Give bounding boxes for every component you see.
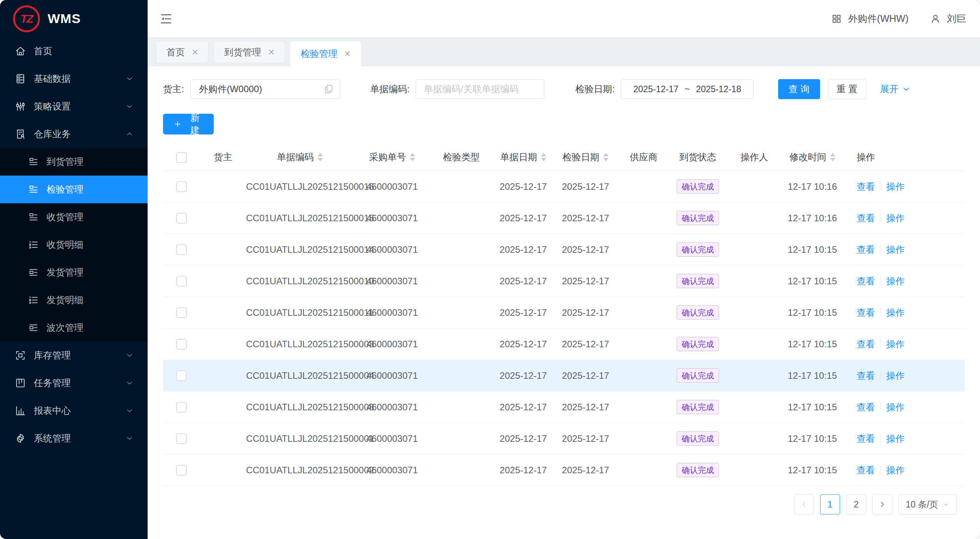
select-all-checkbox[interactable] [176,152,187,163]
sidebar-item-receipt-detail[interactable]: 收货明细 [0,231,148,259]
sidebar-item-home[interactable]: 首页 [0,37,148,65]
view-link[interactable]: 查看 [857,276,875,286]
row-checkbox[interactable] [176,181,187,192]
operate-link[interactable]: 操作 [886,244,905,255]
user-icon[interactable] [930,13,941,24]
column-header-modified[interactable]: 修改时间 [784,144,841,171]
row-checkbox[interactable] [176,244,187,255]
table-row[interactable]: CC01UATLLJL202512150001646000030712025-1… [163,171,965,202]
operate-link[interactable]: 操作 [886,465,905,475]
row-checkbox[interactable] [176,465,187,476]
sidebar-item-inventory-management[interactable]: 库存管理 [0,342,148,369]
page-size-select[interactable]: 10 条/页 [898,494,957,514]
view-link[interactable]: 查看 [857,370,875,381]
search-button[interactable]: 查 询 [778,79,820,99]
table-row[interactable]: CC01UATLLJL202512150000446000030712025-1… [163,360,965,391]
pagination-page-2[interactable]: 2 [846,494,866,514]
sort-icon[interactable] [318,153,323,161]
pagination-prev-button[interactable] [794,494,814,514]
sidebar-item-strategy-settings[interactable]: 策略设置 [0,93,148,120]
date-range-separator: ~ [685,84,690,95]
copy-icon[interactable] [324,84,334,94]
tab-arrival-management[interactable]: 到货管理× [214,41,285,63]
row-checkbox[interactable] [176,370,187,381]
reset-button[interactable]: 重 置 [828,79,867,99]
operate-link[interactable]: 操作 [886,402,905,412]
operate-link[interactable]: 操作 [886,276,905,286]
view-link[interactable]: 查看 [857,339,875,349]
operate-link[interactable]: 操作 [886,370,905,381]
operate-link[interactable]: 操作 [886,213,905,223]
row-checkbox[interactable] [176,307,187,318]
view-link[interactable]: 查看 [857,465,875,475]
cell-checkbox [163,328,200,360]
row-checkbox[interactable] [176,213,187,224]
sort-icon[interactable] [541,153,546,161]
username[interactable]: 刘巨 [947,12,966,25]
owner-input[interactable] [198,83,324,95]
chevron-right-icon [878,500,887,509]
operate-link[interactable]: 操作 [886,433,905,444]
sidebar-item-inspection-management[interactable]: 检验管理 [0,176,148,203]
table-row[interactable]: CC01UATLLJL202512150000246000030712025-1… [163,454,965,486]
expand-toggle[interactable]: 展开 [880,83,911,95]
table-row[interactable]: CC01UATLLJL202512150000846000030712025-1… [163,391,965,423]
chevron-down-icon [125,379,134,387]
view-link[interactable]: 查看 [857,402,875,412]
sidebar-item-shipment-management[interactable]: 发货管理 [0,259,148,286]
column-header-doc-date[interactable]: 单据日期 [492,144,554,171]
view-link[interactable]: 查看 [857,213,875,223]
operate-link[interactable]: 操作 [886,181,905,192]
sort-icon[interactable] [410,153,415,161]
column-header-po[interactable]: 采购单号 [354,144,431,171]
cell-modified: 12-17 10:15 [784,391,841,423]
view-link[interactable]: 查看 [857,244,875,255]
sidebar-item-system-management[interactable]: 系统管理 [0,425,148,452]
workspace-name[interactable]: 外购件(WHW) [848,12,908,25]
tab-home[interactable]: 首页× [156,41,208,63]
table-row[interactable]: CC01UATLLJL202512150001446000030712025-1… [163,234,965,265]
owner-select[interactable] [190,80,340,99]
pagination-page-1[interactable]: 1 [820,494,840,514]
tab-inspection-management[interactable]: 检验管理× [290,41,361,66]
close-icon[interactable]: × [344,48,351,59]
date-range-input[interactable]: 2025-12-17 ~ 2025-12-18 [621,80,754,99]
view-link[interactable]: 查看 [857,307,875,318]
view-link[interactable]: 查看 [857,433,875,444]
date-range-start[interactable]: 2025-12-17 [633,84,679,95]
row-checkbox[interactable] [176,402,187,413]
collapse-sidebar-icon[interactable] [159,12,173,26]
sort-icon[interactable] [603,153,609,161]
sidebar-item-receipt-management[interactable]: 收货管理 [0,203,148,231]
sort-icon[interactable] [830,153,835,161]
cell-actions: 查看操作 [841,328,965,360]
table-row[interactable]: CC01UATLLJL202512150001146000030712025-1… [163,297,965,328]
column-header-inspect-date[interactable]: 检验日期 [554,144,617,171]
create-button[interactable]: 新建 [163,114,214,134]
workspace-grid-icon[interactable] [831,13,842,24]
close-icon[interactable]: × [192,47,198,58]
sidebar-item-warehouse-business[interactable]: 仓库业务 [0,120,148,148]
sidebar-item-shipment-detail[interactable]: 发货明细 [0,286,148,314]
sidebar-item-report-center[interactable]: 报表中心 [0,397,148,425]
operate-link[interactable]: 操作 [886,307,905,318]
table-row[interactable]: CC01UATLLJL202512150000146000030712025-1… [163,423,965,454]
table-row[interactable]: CC01UATLLJL202512150000346000030712025-1… [163,328,965,360]
column-label: 修改时间 [789,151,826,163]
row-checkbox[interactable] [176,276,187,287]
sidebar-item-arrival-management[interactable]: 到货管理 [0,148,148,176]
view-link[interactable]: 查看 [857,181,875,192]
pagination-next-button[interactable] [872,494,892,514]
operate-link[interactable]: 操作 [886,339,905,349]
row-checkbox[interactable] [176,433,187,444]
table-row[interactable]: CC01UATLLJL202512150001546000030712025-1… [163,202,965,234]
table-row[interactable]: CC01UATLLJL202512150001046000030712025-1… [163,265,965,297]
column-header-code[interactable]: 单据编码 [246,144,354,171]
sidebar-item-base-data[interactable]: 基础数据 [0,65,148,93]
sidebar-item-wave-management[interactable]: 波次管理 [0,314,148,342]
doc-code-input[interactable] [416,80,544,99]
row-checkbox[interactable] [176,339,187,350]
close-icon[interactable]: × [268,47,274,58]
date-range-end[interactable]: 2025-12-18 [696,84,741,95]
sidebar-item-task-management[interactable]: 任务管理 [0,369,148,397]
